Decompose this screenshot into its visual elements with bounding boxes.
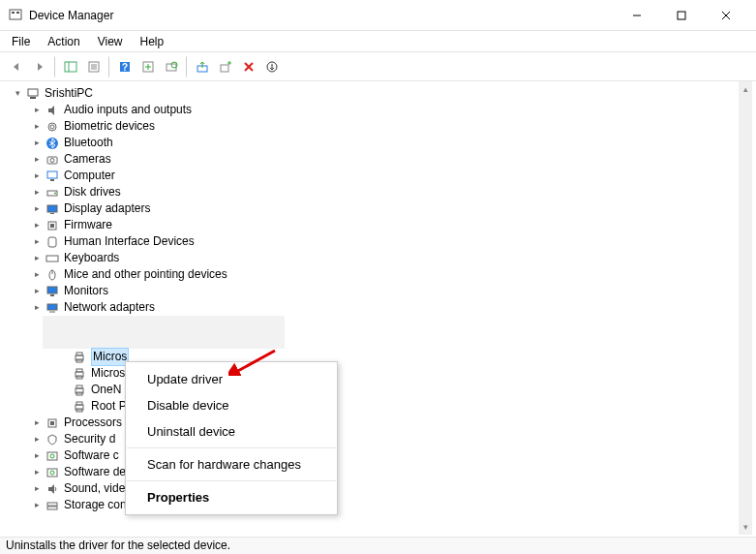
tree-node[interactable]: OneN [4,382,739,398]
expand-icon[interactable]: ▸ [31,233,43,250]
back-button[interactable] [6,56,27,77]
audio-icon [45,103,60,118]
tree-node[interactable]: ▸Monitors [4,283,739,299]
menu-separator [127,480,336,481]
update-driver-button[interactable] [192,56,213,77]
tree-node[interactable]: ▸Cameras [4,151,739,168]
svg-rect-19 [221,65,228,72]
expand-icon[interactable]: ▸ [31,118,43,135]
action-button[interactable] [137,56,159,77]
svg-rect-37 [46,256,58,262]
menu-scan-hardware[interactable]: Scan for hardware changes [126,451,337,477]
svg-point-61 [50,454,54,458]
properties-button[interactable] [83,56,105,77]
expand-icon[interactable]: ▸ [31,447,43,464]
camera-icon [45,152,60,168]
help-button[interactable]: ? [114,56,136,77]
expand-icon[interactable]: ▸ [31,415,43,431]
menu-properties[interactable]: Properties [126,484,337,510]
tree-node[interactable]: ▸Biometric devices [4,118,739,135]
tree-node[interactable]: ▸Mice and other pointing devices [4,266,739,283]
uninstall-device-button[interactable] [238,56,259,77]
minimize-button[interactable] [615,0,659,31]
scroll-up-icon[interactable]: ▴ [739,81,752,97]
expand-icon[interactable]: ▸ [31,200,43,217]
expand-icon[interactable]: ▸ [31,151,43,168]
svg-text:?: ? [122,62,128,73]
tree-node[interactable]: ▸Software de [4,464,739,480]
expand-icon[interactable]: ▸ [31,480,43,497]
node-label: Micros [91,365,125,382]
node-label: Computer [64,168,115,184]
vertical-scrollbar[interactable]: ▴ ▾ [739,81,752,535]
menu-update-driver[interactable]: Update driver [126,366,337,392]
node-label: Security d [64,431,115,447]
tree-node[interactable]: ▸Security d [4,431,739,447]
expand-icon[interactable]: ▸ [31,168,43,184]
svg-rect-60 [47,452,57,460]
storage-icon [45,498,60,513]
software-icon [45,465,60,480]
toolbar-separator [108,56,110,77]
tree-node[interactable]: ▸Computer [4,168,739,184]
network-icon [45,300,60,316]
printer-icon [72,366,87,382]
tree-node[interactable]: ▸Bluetooth [4,135,739,151]
scan-hardware-button[interactable] [161,56,182,77]
tree-root[interactable]: ▾ SrishtiPC [4,85,739,102]
close-button[interactable] [704,0,748,31]
maximize-button[interactable] [659,0,704,31]
svg-rect-43 [50,294,54,296]
tree-node[interactable]: ▸Human Interface Devices [4,233,739,250]
forward-button[interactable] [29,56,50,77]
tree-node[interactable]: ▸Sound, video and game controllers [4,480,739,497]
collapse-icon[interactable]: ▾ [12,85,23,102]
tree-node[interactable]: Micros [4,365,739,382]
expand-icon[interactable]: ▸ [31,184,43,200]
expand-icon[interactable]: ▸ [31,266,43,283]
biometric-icon [45,119,60,135]
disable-device-button[interactable] [215,56,236,77]
tree-node[interactable]: ▸Disk drives [4,184,739,200]
refresh-button[interactable] [261,56,283,77]
tree-node[interactable]: ▸Keyboards [4,250,739,266]
menu-help[interactable]: Help [133,34,172,49]
tree-node[interactable]: Micros [4,349,739,365]
show-hide-tree-button[interactable] [60,56,81,77]
svg-rect-56 [76,402,82,405]
expand-icon[interactable]: ▸ [31,102,43,118]
node-label: Audio inputs and outputs [64,102,192,118]
expand-icon[interactable]: ▸ [31,464,43,480]
tree-node[interactable]: ▸Firmware [4,217,739,233]
expand-icon[interactable]: ▸ [31,431,43,447]
expand-icon[interactable]: ▸ [31,299,43,316]
menu-file[interactable]: File [4,34,38,49]
expand-icon[interactable]: ▸ [31,217,43,233]
menu-action[interactable]: Action [40,34,87,49]
menu-uninstall-device[interactable]: Uninstall device [126,418,337,445]
scroll-down-icon[interactable]: ▾ [739,519,752,535]
tree-node[interactable]: ▸Software c [4,447,739,464]
menu-disable-device[interactable]: Disable device [126,392,337,418]
menu-view[interactable]: View [90,34,131,49]
node-label: Network adapters [64,299,155,316]
device-tree[interactable]: ▾ SrishtiPC ▸Audio inputs and outputs▸Bi… [4,81,739,535]
expand-icon[interactable]: ▸ [31,283,43,299]
hid-icon [45,234,60,250]
tree-node[interactable]: ▸Processors [4,415,739,431]
keyboard-icon [45,251,60,266]
app-icon [8,8,23,23]
tree-node[interactable]: ▸Audio inputs and outputs [4,102,739,118]
node-label: Bluetooth [64,135,113,151]
svg-rect-36 [48,237,56,247]
tree-node[interactable]: Root P [4,398,739,415]
tree-node[interactable]: ▸Network adapters [4,299,739,316]
expand-icon[interactable]: ▸ [31,497,43,513]
expand-icon[interactable]: ▸ [31,135,43,151]
tree-node[interactable]: ▸Display adapters [4,200,739,217]
node-label: Root P [91,398,127,415]
node-label: Biometric devices [64,118,155,135]
titlebar: Device Manager [0,0,756,31]
tree-node[interactable]: ▸Storage controllers [4,497,739,513]
expand-icon[interactable]: ▸ [31,250,43,266]
